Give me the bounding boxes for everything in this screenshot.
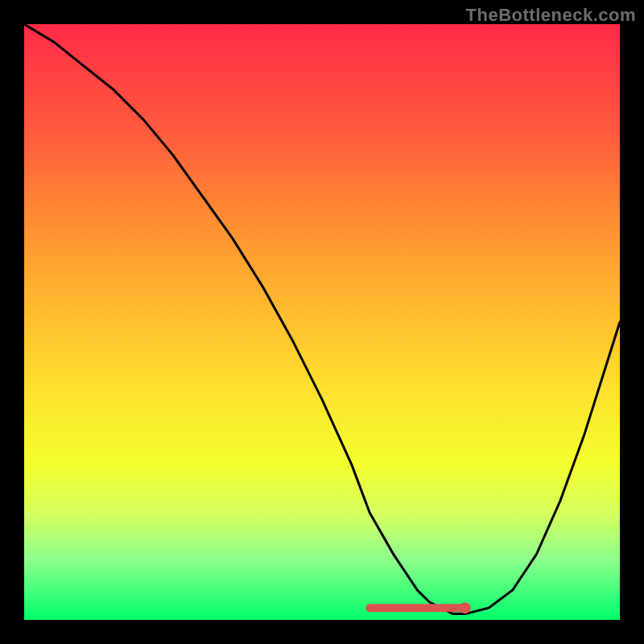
chart-frame: TheBottleneck.com [0,0,644,644]
valley-marker-dot [460,602,471,613]
bottleneck-curve-path [24,24,620,614]
chart-svg [24,24,620,620]
watermark-text: TheBottleneck.com [466,5,636,26]
chart-plot-area [24,24,620,620]
